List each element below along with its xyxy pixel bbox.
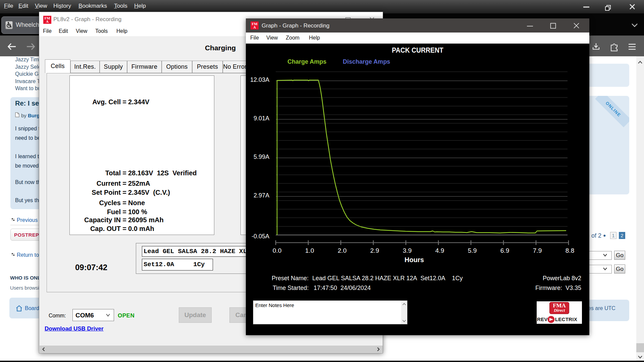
svg-text:A: A — [46, 19, 49, 23]
